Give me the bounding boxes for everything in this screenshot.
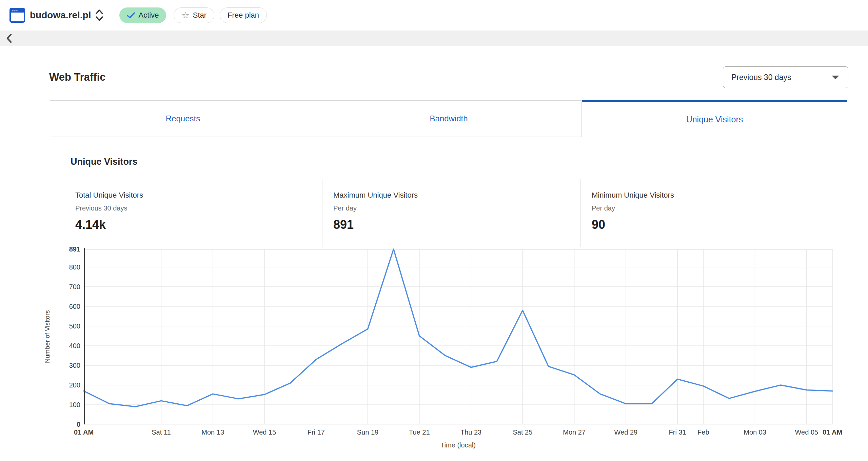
stat-sublabel: Per day (592, 204, 847, 212)
stat-value: 90 (592, 218, 847, 232)
site-name: budowa.rel.pl (30, 10, 91, 21)
stat-label: Maximum Unique Visitors (333, 191, 580, 200)
y-tick-label: 700 (55, 283, 80, 291)
website-icon (9, 8, 25, 23)
traffic-tabs: Requests Bandwidth Unique Visitors (50, 100, 847, 137)
tab-unique-visitors-label: Unique Visitors (686, 115, 743, 124)
x-tick-label: Sun 19 (357, 428, 378, 436)
star-button-label: Star (193, 11, 206, 20)
site-header: budowa.rel.pl Active ☆ Star Free plan (0, 0, 868, 31)
x-tick-label: Fri 17 (308, 428, 325, 436)
tab-requests[interactable]: Requests (50, 100, 316, 137)
tab-bandwidth[interactable]: Bandwidth (316, 100, 582, 137)
y-tick-label: 200 (55, 381, 80, 389)
tab-unique-visitors[interactable]: Unique Visitors (582, 100, 847, 137)
check-icon (127, 12, 135, 19)
x-tick-label: Sat 11 (152, 428, 171, 436)
collapse-sidebar-button[interactable] (3, 32, 15, 45)
star-icon: ☆ (181, 11, 189, 20)
y-tick-label: 300 (55, 361, 80, 369)
stat-minimum-unique-visitors: Minimum Unique Visitors Per day 90 (580, 179, 847, 247)
x-axis-title: Time (local) (440, 441, 476, 449)
stat-value: 4.14k (75, 218, 322, 232)
stats-row: Total Unique Visitors Previous 30 days 4… (57, 179, 847, 247)
stat-value: 891 (333, 218, 580, 232)
site-switcher-icon[interactable] (95, 8, 104, 22)
y-axis-title: Number of Visitors (44, 310, 51, 363)
stat-total-unique-visitors: Total Unique Visitors Previous 30 days 4… (57, 179, 322, 247)
stat-sublabel: Previous 30 days (75, 204, 322, 212)
x-tick-label: Wed 29 (614, 428, 638, 436)
tab-requests-label: Requests (166, 114, 200, 123)
x-tick-label: Feb (697, 428, 709, 436)
caret-down-icon (831, 75, 840, 80)
web-traffic-page: budowa.rel.pl Active ☆ Star Free plan We… (0, 0, 868, 461)
stat-maximum-unique-visitors: Maximum Unique Visitors Per day 891 (322, 179, 580, 247)
collapse-bar (0, 31, 868, 46)
panel-heading: Unique Visitors (71, 157, 138, 167)
x-tick-label: Thu 23 (460, 428, 481, 436)
star-button[interactable]: ☆ Star (174, 7, 214, 23)
status-badge-label: Active (138, 11, 159, 20)
x-tick-label: Mon 03 (744, 428, 766, 436)
x-tick-label: Wed 15 (253, 428, 276, 436)
x-tick-label: Mon 13 (201, 428, 224, 436)
chevron-left-icon (6, 34, 12, 43)
y-tick-label: 800 (55, 263, 80, 271)
x-tick-label: 01 AM (823, 428, 842, 436)
x-tick-label: Mon 27 (563, 428, 586, 436)
date-range-value: Previous 30 days (731, 73, 791, 82)
tab-bandwidth-label: Bandwidth (430, 114, 468, 123)
x-tick-label: Tue 21 (409, 428, 430, 436)
stat-label: Total Unique Visitors (75, 191, 322, 200)
y-tick-label: 100 (55, 401, 80, 409)
y-tick-label: 0 (55, 420, 80, 428)
traffic-line-chart (84, 249, 832, 424)
x-tick-label: 01 AM (74, 428, 94, 436)
stat-label: Minimum Unique Visitors (592, 191, 847, 200)
y-tick-label: 500 (55, 322, 80, 330)
y-tick-label: 600 (55, 302, 80, 310)
x-tick-label: Fri 31 (669, 428, 686, 436)
status-badge: Active (119, 7, 166, 23)
page-title: Web Traffic (49, 71, 106, 83)
y-tick-label: 400 (55, 342, 80, 350)
x-tick-label: Sat 25 (513, 428, 532, 436)
x-tick-label: Wed 05 (795, 428, 818, 436)
plan-badge: Free plan (220, 7, 267, 23)
y-tick-label: 891 (55, 245, 80, 253)
date-range-select[interactable]: Previous 30 days (723, 66, 848, 88)
stat-sublabel: Per day (333, 204, 580, 212)
plan-badge-label: Free plan (228, 11, 259, 20)
